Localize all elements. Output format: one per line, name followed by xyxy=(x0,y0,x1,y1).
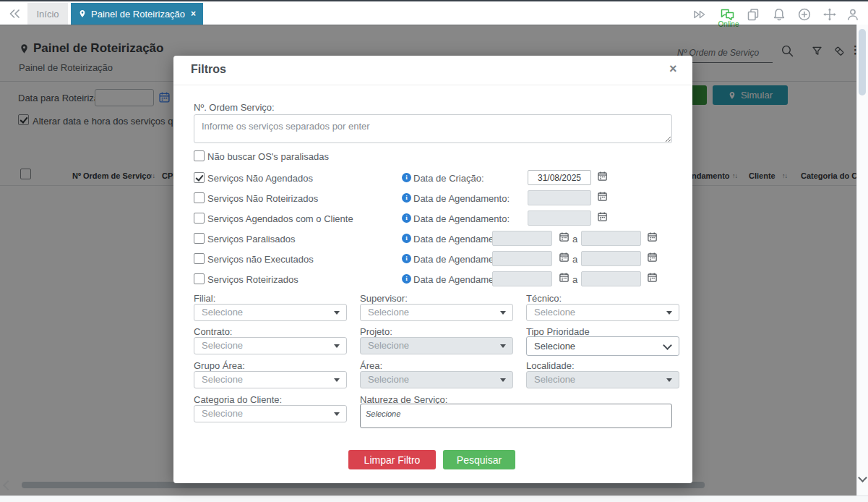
tipo-prioridade-select-value: Selecione xyxy=(534,341,575,352)
limpar-filtro-button[interactable]: Limpar Filtro xyxy=(348,450,436,469)
info-icon xyxy=(402,274,411,284)
data-agendamento-input xyxy=(528,190,591,205)
user-profile-icon[interactable] xyxy=(846,7,860,22)
data-agendamento-input xyxy=(528,210,591,226)
tab-inicio-label: Início xyxy=(36,9,59,20)
projeto-select-value: Selecione xyxy=(368,340,409,351)
range-end-input xyxy=(581,271,641,286)
info-icon xyxy=(402,193,411,203)
collapse-tabs-icon[interactable] xyxy=(7,7,22,24)
pesquisar-label: Pesquisar xyxy=(457,454,502,466)
servicos-nao-executados-checkbox[interactable] xyxy=(194,253,205,264)
data-agendamento-label: Data de Agendamento: xyxy=(413,213,510,224)
os-number-label: Nº. Ordem Serviço: xyxy=(194,102,275,113)
contrato-select-value: Selecione xyxy=(202,340,243,351)
grupo-area-select[interactable]: Selecione xyxy=(194,371,347,388)
supervisor-select-value: Selecione xyxy=(368,307,409,318)
servicos-roteirizados-label: Serviços Roteirizados xyxy=(207,274,298,285)
projeto-label: Projeto: xyxy=(360,326,392,337)
area-label: Área: xyxy=(360,360,382,371)
servicos-agendados-cliente-label: Serviços Agendados com o Cliente xyxy=(207,213,353,224)
calendar-icon[interactable] xyxy=(597,211,608,225)
move-arrows-icon[interactable] xyxy=(822,7,837,22)
map-pin-icon xyxy=(78,9,87,19)
skip-paralisadas-label: Não buscar OS's paralisadas xyxy=(207,151,329,162)
tecnico-select[interactable]: Selecione xyxy=(526,304,679,321)
close-tab-icon[interactable]: × xyxy=(191,9,196,19)
localidade-select-value: Selecione xyxy=(534,374,575,385)
calendar-icon[interactable] xyxy=(647,272,658,286)
servicos-nao-roteirizados-checkbox[interactable] xyxy=(194,192,205,203)
filial-select-value: Selecione xyxy=(202,307,243,318)
tab-painel-label: Painel de Roteirização xyxy=(91,9,185,20)
info-icon xyxy=(402,213,411,223)
tipo-prioridade-label: Tipo Prioridade xyxy=(526,326,590,337)
localidade-select: Selecione xyxy=(526,371,679,388)
tipo-prioridade-select[interactable]: Selecione xyxy=(526,336,679,356)
servicos-paralisados-label: Serviços Paralisados xyxy=(207,234,295,244)
modal-title: Filtros xyxy=(191,63,226,76)
info-icon xyxy=(402,234,411,243)
vertical-scrollbar-thumb[interactable] xyxy=(859,29,866,95)
pesquisar-button[interactable]: Pesquisar xyxy=(443,450,515,469)
top-tab-bar: Início Painel de Roteirização × xyxy=(0,1,868,25)
copy-windows-icon[interactable] xyxy=(746,7,760,22)
modal-close-icon[interactable]: × xyxy=(669,61,677,77)
servicos-nao-roteirizados-label: Serviços Não Roteirizados xyxy=(207,193,318,204)
calendar-icon[interactable] xyxy=(647,231,658,245)
modal-header-divider xyxy=(173,85,692,85)
calendar-icon[interactable] xyxy=(559,252,570,265)
fast-forward-icon[interactable] xyxy=(692,7,707,22)
calendar-icon[interactable] xyxy=(597,191,608,205)
notifications-bell-icon[interactable] xyxy=(772,7,786,22)
categoria-cliente-select-value: Selecione xyxy=(202,408,243,419)
natureza-servico-placeholder: Selecione xyxy=(366,409,400,418)
servicos-paralisados-checkbox[interactable] xyxy=(194,233,205,244)
calendar-icon[interactable] xyxy=(647,252,658,265)
filial-select[interactable]: Selecione xyxy=(194,304,347,321)
servicos-nao-agendados-label: Serviços Não Agendados xyxy=(207,173,313,184)
area-select: Selecione xyxy=(360,371,513,388)
data-agendamento-label: Data de Agendamento: xyxy=(413,193,510,204)
natureza-servico-multiselect[interactable] xyxy=(360,404,672,428)
range-start-input xyxy=(492,231,552,246)
grupo-area-label: Grupo Área: xyxy=(194,360,245,371)
range-end-input xyxy=(581,251,641,266)
tab-inicio[interactable]: Início xyxy=(27,3,68,25)
servicos-agendados-cliente-checkbox[interactable] xyxy=(194,213,205,224)
tecnico-label: Técnico: xyxy=(526,293,562,304)
info-icon xyxy=(402,254,411,263)
skip-paralisadas-checkbox[interactable] xyxy=(194,150,205,161)
filial-label: Filial: xyxy=(194,293,215,304)
app-window: Início Painel de Roteirização × xyxy=(0,0,868,502)
chat-online-icon[interactable] xyxy=(720,7,734,22)
range-start-input xyxy=(492,251,552,266)
supervisor-select[interactable]: Selecione xyxy=(360,304,513,321)
categoria-cliente-select[interactable]: Selecione xyxy=(194,405,347,422)
supervisor-label: Supervisor: xyxy=(360,293,408,304)
range-separator: a xyxy=(572,234,577,244)
projeto-select: Selecione xyxy=(360,337,513,354)
data-criacao-input[interactable] xyxy=(528,170,591,185)
tecnico-select-value: Selecione xyxy=(534,307,575,318)
contrato-select[interactable]: Selecione xyxy=(194,337,347,354)
calendar-icon[interactable] xyxy=(597,171,608,184)
data-criacao-label: Data de Criação: xyxy=(413,173,484,184)
os-number-textarea[interactable] xyxy=(194,114,672,143)
area-select-value: Selecione xyxy=(368,374,409,385)
range-separator: a xyxy=(572,254,577,265)
localidade-label: Localidade: xyxy=(526,360,575,371)
filters-modal: Filtros × Nº. Ordem Serviço: Não buscar … xyxy=(173,56,692,483)
calendar-icon[interactable] xyxy=(559,272,570,286)
limpar-filtro-label: Limpar Filtro xyxy=(364,454,421,466)
add-circle-icon[interactable] xyxy=(797,7,812,22)
categoria-cliente-label: Categoria do Cliente: xyxy=(194,394,282,405)
servicos-roteirizados-checkbox[interactable] xyxy=(194,273,205,284)
servicos-nao-agendados-checkbox[interactable] xyxy=(194,172,205,183)
calendar-icon[interactable] xyxy=(559,231,570,245)
tab-painel-roteirizacao[interactable]: Painel de Roteirização × xyxy=(71,3,203,25)
servicos-nao-executados-label: Serviços não Executados xyxy=(207,254,314,265)
info-icon xyxy=(402,173,411,182)
range-start-input xyxy=(492,271,552,286)
page-footer-strip xyxy=(0,495,868,502)
